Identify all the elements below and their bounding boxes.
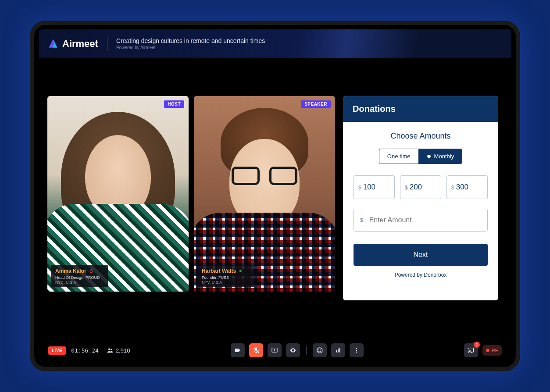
bar-chart-icon (335, 347, 342, 354)
app-screen: Airmeet Creating design cultures in remo… (39, 29, 511, 363)
currency-symbol: $ (360, 217, 363, 223)
more-vertical-icon (353, 347, 360, 354)
svg-rect-1 (239, 271, 240, 272)
speaking-indicator-icon (239, 269, 243, 273)
svg-rect-11 (336, 350, 337, 352)
cast-icon (468, 347, 475, 354)
share-screen-icon (271, 347, 278, 354)
svg-rect-13 (339, 348, 340, 353)
video-tile-speaker[interactable]: SPEAKER Harbart Watts Founder, FUSS NYV,… (194, 96, 335, 292)
header-separator (107, 36, 107, 51)
participant-name-card: Harbart Watts Founder, FUSS NYV, U.S.A (197, 265, 254, 287)
toggle-monthly[interactable]: Monthly (418, 149, 462, 164)
camera-icon (234, 347, 241, 354)
broadcast-button[interactable]: 2 (464, 343, 478, 357)
eye-icon (289, 347, 296, 354)
amount-option-300[interactable]: $300 (446, 175, 488, 199)
brand-name: Airmeet (62, 38, 98, 50)
custom-amount-field[interactable]: $ (354, 209, 488, 232)
video-feed (194, 96, 335, 292)
svg-point-14 (356, 348, 357, 349)
donation-body: Choose Amounts One time Monthly $100 $20… (343, 122, 498, 300)
reactions-button[interactable] (313, 343, 327, 357)
mic-toggle-button[interactable] (249, 343, 263, 357)
participant-title: Head Of Design, PROUD (55, 275, 104, 280)
tablet-frame: Airmeet Creating design cultures in remo… (30, 21, 520, 371)
video-tile-host[interactable]: HOST Amma Kalor Head Of Design, PROUD NY… (47, 96, 189, 292)
more-options-button[interactable] (350, 343, 364, 357)
event-title: Creating design cultures in remote and u… (116, 37, 265, 44)
svg-point-0 (53, 45, 56, 48)
participant-name: Harbart Watts (202, 268, 236, 274)
svg-point-4 (108, 348, 110, 350)
emoji-icon (316, 347, 323, 354)
broadcast-badge: 2 (474, 342, 480, 348)
heart-icon (426, 154, 432, 159)
app-header: Airmeet Creating design cultures in remo… (39, 29, 511, 58)
donation-header: Donations (343, 96, 498, 122)
control-bar: LIVE 01:56:24 2,910 2 RE (39, 338, 511, 363)
event-subtitle: Powered by Airmeet (116, 45, 265, 50)
participant-name-card: Amma Kalor Head Of Design, PROUD NYC, U.… (51, 265, 108, 287)
toggle-monthly-label: Monthly (434, 153, 454, 160)
view-toggle-button[interactable] (286, 343, 300, 357)
svg-rect-3 (242, 270, 242, 271)
event-title-block: Creating design cultures in remote and u… (116, 37, 265, 50)
role-badge-speaker: SPEAKER (301, 100, 331, 108)
mic-muted-icon (89, 269, 93, 273)
footer-center (231, 343, 364, 357)
participant-location: NYC, U.S.A (55, 280, 104, 285)
attendee-count[interactable]: 2,910 (107, 347, 130, 354)
video-feed (47, 96, 189, 292)
amount-option-100[interactable]: $100 (354, 175, 395, 199)
custom-amount-input[interactable] (369, 216, 481, 224)
people-icon (107, 347, 114, 354)
control-separator (306, 346, 307, 355)
share-screen-button[interactable] (268, 343, 282, 357)
attendee-number: 2,910 (116, 347, 130, 354)
amount-options: $100 $200 $300 (354, 175, 488, 199)
next-button[interactable]: Next (354, 244, 488, 266)
video-grid: HOST Amma Kalor Head Of Design, PROUD NY… (47, 96, 335, 292)
live-badge: LIVE (48, 346, 66, 355)
participant-location: NYV, U.S.A (202, 280, 250, 285)
mic-off-icon (253, 347, 260, 354)
frequency-toggle: One time Monthly (379, 149, 462, 164)
svg-point-16 (356, 352, 357, 353)
footer-left: LIVE 01:56:24 2,910 (48, 346, 130, 355)
svg-point-9 (318, 349, 319, 350)
svg-rect-2 (240, 270, 241, 272)
participant-title: Founder, FUSS (202, 275, 250, 280)
participant-name: Amma Kalor (55, 268, 86, 274)
airmeet-logo-icon (47, 38, 59, 50)
polls-button[interactable] (331, 343, 345, 357)
svg-rect-12 (338, 349, 339, 353)
camera-toggle-button[interactable] (231, 343, 245, 357)
choose-amounts-label: Choose Amounts (390, 132, 450, 141)
svg-point-10 (320, 349, 321, 350)
footer-right: 2 RE (464, 343, 502, 357)
role-badge-host: HOST (164, 100, 184, 108)
svg-point-15 (356, 350, 357, 351)
amount-option-200[interactable]: $200 (400, 175, 441, 199)
record-button[interactable]: RE (482, 345, 502, 356)
svg-point-5 (111, 349, 112, 350)
donation-panel: Donations Choose Amounts One time Monthl… (343, 96, 498, 300)
toggle-one-time[interactable]: One time (379, 149, 418, 164)
main-content: HOST Amma Kalor Head Of Design, PROUD NY… (39, 87, 511, 338)
svg-point-8 (317, 348, 322, 353)
session-timer: 01:56:24 (71, 347, 99, 354)
powered-by-label: Powered by Donorbox (395, 272, 447, 278)
brand-logo[interactable]: Airmeet (47, 38, 98, 50)
